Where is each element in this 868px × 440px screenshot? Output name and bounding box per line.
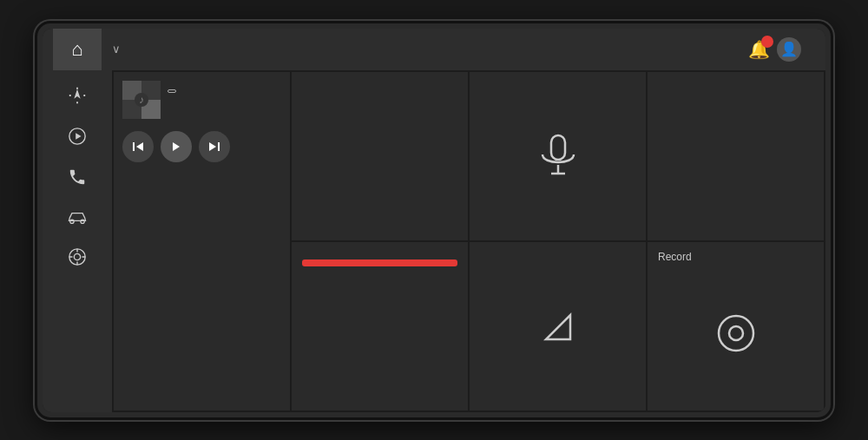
next-button[interactable]: [199, 131, 230, 162]
user-avatar[interactable]: 👤: [777, 37, 801, 62]
media-icon: [68, 127, 87, 148]
volume-icon: [480, 253, 635, 402]
home-button[interactable]: [53, 29, 102, 70]
car-icon: [66, 208, 89, 228]
music-header: ♪: [122, 81, 281, 119]
voice-tile[interactable]: [470, 72, 646, 240]
microphone-icon: [480, 82, 635, 232]
phone-icon: [68, 167, 87, 189]
device-frame: ∨ 🔔 👤: [35, 21, 833, 420]
time-tile[interactable]: [292, 72, 468, 240]
chevron-icon: ∨: [112, 43, 121, 56]
record-icon: [658, 265, 813, 402]
player-controls: [122, 131, 281, 162]
music-tile[interactable]: ♪: [114, 72, 290, 410]
service-icon: [68, 247, 87, 269]
record-tile-title: Record: [658, 251, 813, 263]
svg-text:♪: ♪: [139, 94, 144, 106]
app-connect-tile[interactable]: [648, 72, 824, 240]
svg-point-6: [74, 253, 80, 259]
notification-badge: [761, 36, 773, 48]
music-info: [168, 81, 281, 96]
top-bar: ∨ 🔔 👤: [43, 29, 825, 70]
user-icon: 👤: [780, 41, 798, 57]
svg-marker-0: [74, 89, 80, 98]
svg-rect-21: [551, 135, 565, 160]
svg-marker-24: [546, 315, 570, 339]
main-content: ♪: [43, 70, 825, 412]
svg-marker-16: [136, 142, 143, 151]
time-tile-value: [302, 89, 457, 232]
prev-button[interactable]: [122, 131, 154, 162]
calendar-tile[interactable]: [292, 242, 468, 410]
sidebar-item-phone[interactable]: [43, 159, 112, 200]
volume-tile[interactable]: [470, 242, 646, 410]
notifications-bell[interactable]: 🔔: [748, 39, 770, 60]
play-button[interactable]: [161, 131, 192, 162]
sidebar-item-nav[interactable]: [43, 77, 112, 118]
tiles-grid: ♪: [112, 70, 825, 412]
svg-rect-20: [218, 142, 220, 151]
sidebar-item-service[interactable]: [43, 239, 112, 279]
svg-marker-19: [209, 142, 216, 151]
svg-marker-18: [173, 142, 180, 151]
sidebar-item-car[interactable]: [43, 200, 112, 239]
local-badge: [168, 89, 176, 93]
nav-icon: [68, 86, 87, 108]
calendar-event: [302, 259, 457, 266]
svg-point-26: [729, 326, 743, 340]
sidebar-item-media[interactable]: [43, 118, 112, 159]
svg-point-25: [719, 316, 753, 351]
sidebar: [43, 70, 112, 412]
screen: ∨ 🔔 👤: [43, 29, 825, 412]
album-art: ♪: [122, 81, 161, 119]
record-tile[interactable]: Record: [648, 242, 824, 410]
svg-rect-17: [133, 142, 135, 151]
svg-marker-2: [76, 133, 81, 139]
